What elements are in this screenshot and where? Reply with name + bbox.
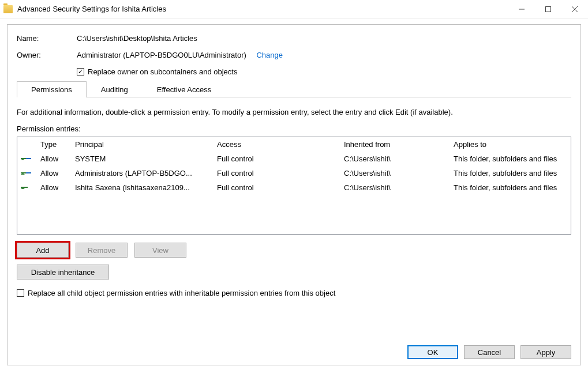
col-principal[interactable]: Principal — [74, 139, 216, 150]
owner-label: Owner: — [17, 51, 77, 59]
remove-button[interactable]: Remove — [76, 243, 128, 258]
maximize-button[interactable] — [535, 0, 561, 18]
checkbox-icon — [17, 289, 24, 297]
col-type[interactable]: Type — [39, 139, 74, 150]
close-button[interactable] — [561, 0, 588, 18]
tab-permissions[interactable]: Permissions — [17, 81, 87, 97]
table-row[interactable]: Allow SYSTEM Full control C:\Users\ishit… — [17, 152, 571, 166]
owner-value: Administrator (LAPTOP-B5DGO0LU\Administr… — [77, 51, 283, 59]
add-button[interactable]: Add — [17, 243, 69, 258]
disable-inheritance-button[interactable]: Disable inheritance — [17, 265, 109, 280]
table-row[interactable]: Allow Ishita Saxena (ishitasaxena2109...… — [17, 180, 571, 195]
view-button[interactable]: View — [134, 243, 186, 258]
grid-header: Type Principal Access Inherited from App… — [17, 137, 571, 152]
tab-effective-access[interactable]: Effective Access — [143, 81, 226, 97]
replace-owner-checkbox[interactable]: Replace owner on subcontainers and objec… — [77, 67, 237, 76]
name-label: Name: — [17, 34, 77, 43]
window-title: Advanced Security Settings for Ishita Ar… — [17, 5, 166, 13]
tab-bar: Permissions Auditing Effective Access — [17, 81, 571, 97]
replace-children-label: Replace all child object permission entr… — [28, 289, 335, 297]
entries-label: Permission entries: — [17, 124, 571, 133]
col-applies[interactable]: Applies to — [452, 139, 568, 150]
minimize-button[interactable] — [508, 0, 535, 18]
ok-button[interactable]: OK — [407, 345, 458, 359]
col-access[interactable]: Access — [216, 139, 343, 150]
title-bar: Advanced Security Settings for Ishita Ar… — [0, 0, 588, 18]
checkbox-icon — [77, 68, 84, 75]
cancel-button[interactable]: Cancel — [464, 345, 515, 359]
owner-text: Administrator (LAPTOP-B5DGO0LU\Administr… — [77, 51, 246, 59]
permission-entries-grid[interactable]: Type Principal Access Inherited from App… — [17, 137, 571, 235]
svg-rect-1 — [546, 6, 551, 12]
change-owner-link[interactable]: Change — [256, 51, 283, 59]
dialog-footer: OK Cancel Apply — [407, 345, 571, 359]
apply-button[interactable]: Apply — [520, 345, 571, 359]
col-inherited[interactable]: Inherited from — [343, 139, 452, 150]
dialog-frame: Name: C:\Users\ishit\Desktop\Ishita Arti… — [7, 24, 581, 365]
table-row[interactable]: Allow Administrators (LAPTOP-B5DGO... Fu… — [17, 166, 571, 180]
folder-icon — [3, 5, 13, 13]
replace-children-checkbox[interactable]: Replace all child object permission entr… — [17, 289, 571, 297]
tab-auditing[interactable]: Auditing — [87, 81, 143, 97]
info-text: For additional information, double-click… — [17, 108, 571, 116]
replace-owner-label: Replace owner on subcontainers and objec… — [88, 67, 237, 76]
name-value: C:\Users\ishit\Desktop\Ishita Articles — [77, 34, 197, 43]
